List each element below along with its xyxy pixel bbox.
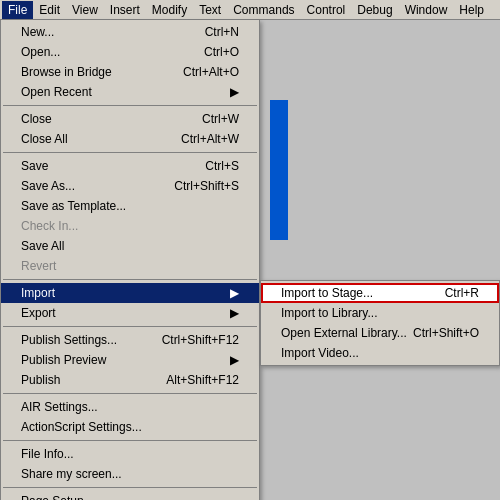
- menu-item-new-label: New...: [21, 25, 54, 39]
- menu-item-import-label: Import: [21, 286, 55, 300]
- menu-item-file-info[interactable]: File Info...: [1, 444, 259, 464]
- menu-item-close-label: Close: [21, 112, 52, 126]
- submenu-item-import-stage-label: Import to Stage...: [281, 286, 373, 300]
- menu-item-file-info-label: File Info...: [21, 447, 74, 461]
- menu-item-close[interactable]: Close Ctrl+W: [1, 109, 259, 129]
- menu-item-actionscript-settings-label: ActionScript Settings...: [21, 420, 142, 434]
- menu-item-open-recent[interactable]: Open Recent ▶: [1, 82, 259, 102]
- menubar-item-window[interactable]: Window: [399, 1, 454, 19]
- menu-item-share-screen[interactable]: Share my screen...: [1, 464, 259, 484]
- submenu-item-open-external-library[interactable]: Open External Library... Ctrl+Shift+O: [261, 323, 499, 343]
- menu-item-browse-bridge[interactable]: Browse in Bridge Ctrl+Alt+O: [1, 62, 259, 82]
- menu-item-publish-settings-shortcut: Ctrl+Shift+F12: [162, 333, 239, 347]
- menubar-item-text[interactable]: Text: [193, 1, 227, 19]
- menu-item-share-screen-label: Share my screen...: [21, 467, 122, 481]
- blue-rect: [270, 100, 288, 240]
- menu-item-browse-bridge-label: Browse in Bridge: [21, 65, 112, 79]
- menu-item-save[interactable]: Save Ctrl+S: [1, 156, 259, 176]
- separator-2: [3, 152, 257, 153]
- file-dropdown: New... Ctrl+N Open... Ctrl+O Browse in B…: [0, 20, 260, 500]
- submenu-item-import-stage[interactable]: Import to Stage... Ctrl+R: [261, 283, 499, 303]
- menubar-item-insert[interactable]: Insert: [104, 1, 146, 19]
- menu-item-actionscript-settings[interactable]: ActionScript Settings...: [1, 417, 259, 437]
- menubar-item-view[interactable]: View: [66, 1, 104, 19]
- menu-item-page-setup[interactable]: Page Setup...: [1, 491, 259, 500]
- menu-item-save-template-label: Save as Template...: [21, 199, 126, 213]
- submenu-item-import-library[interactable]: Import to Library...: [261, 303, 499, 323]
- menubar-item-edit[interactable]: Edit: [33, 1, 66, 19]
- menu-item-save-label: Save: [21, 159, 48, 173]
- submenu-item-import-library-label: Import to Library...: [281, 306, 377, 320]
- menu-item-save-all[interactable]: Save All: [1, 236, 259, 256]
- submenu-item-open-external-library-shortcut: Ctrl+Shift+O: [413, 326, 479, 340]
- menu-item-publish-settings-label: Publish Settings...: [21, 333, 117, 347]
- menu-item-revert[interactable]: Revert: [1, 256, 259, 276]
- export-arrow-icon: ▶: [230, 306, 239, 320]
- submenu-item-import-stage-shortcut: Ctrl+R: [445, 286, 479, 300]
- menu-item-revert-label: Revert: [21, 259, 56, 273]
- menu-item-import[interactable]: Import ▶: [1, 283, 259, 303]
- menubar-item-help[interactable]: Help: [453, 1, 490, 19]
- menu-item-save-as[interactable]: Save As... Ctrl+Shift+S: [1, 176, 259, 196]
- menu-item-new[interactable]: New... Ctrl+N: [1, 22, 259, 42]
- menubar-item-file[interactable]: File: [2, 1, 33, 19]
- menu-item-open-label: Open...: [21, 45, 60, 59]
- menu-item-open-recent-label: Open Recent: [21, 85, 92, 99]
- menu-item-save-template[interactable]: Save as Template...: [1, 196, 259, 216]
- separator-3: [3, 279, 257, 280]
- menu-item-open[interactable]: Open... Ctrl+O: [1, 42, 259, 62]
- menu-item-close-shortcut: Ctrl+W: [202, 112, 239, 126]
- menu-item-publish-preview-label: Publish Preview: [21, 353, 106, 367]
- menu-item-air-settings[interactable]: AIR Settings...: [1, 397, 259, 417]
- menu-item-save-as-label: Save As...: [21, 179, 75, 193]
- menu-item-publish-label: Publish: [21, 373, 60, 387]
- open-recent-arrow-icon: ▶: [230, 85, 239, 99]
- menu-item-check-in-label: Check In...: [21, 219, 78, 233]
- menu-item-air-settings-label: AIR Settings...: [21, 400, 98, 414]
- menu-item-close-all[interactable]: Close All Ctrl+Alt+W: [1, 129, 259, 149]
- menu-item-publish-preview[interactable]: Publish Preview ▶: [1, 350, 259, 370]
- import-arrow-icon: ▶: [230, 286, 239, 300]
- menu-item-save-shortcut: Ctrl+S: [205, 159, 239, 173]
- menubar-item-control[interactable]: Control: [301, 1, 352, 19]
- menu-item-browse-bridge-shortcut: Ctrl+Alt+O: [183, 65, 239, 79]
- menu-item-check-in[interactable]: Check In...: [1, 216, 259, 236]
- menubar-item-debug[interactable]: Debug: [351, 1, 398, 19]
- separator-4: [3, 326, 257, 327]
- menu-item-new-shortcut: Ctrl+N: [205, 25, 239, 39]
- menu-item-save-as-shortcut: Ctrl+Shift+S: [174, 179, 239, 193]
- menubar: File Edit View Insert Modify Text Comman…: [0, 0, 500, 20]
- menubar-item-commands[interactable]: Commands: [227, 1, 300, 19]
- menu-item-save-all-label: Save All: [21, 239, 64, 253]
- menu-item-publish[interactable]: Publish Alt+Shift+F12: [1, 370, 259, 390]
- menu-item-export[interactable]: Export ▶: [1, 303, 259, 323]
- submenu-item-import-video-label: Import Video...: [281, 346, 359, 360]
- publish-preview-arrow-icon: ▶: [230, 353, 239, 367]
- menu-item-page-setup-label: Page Setup...: [21, 494, 94, 500]
- submenu-item-open-external-library-label: Open External Library...: [281, 326, 407, 340]
- separator-1: [3, 105, 257, 106]
- submenu-item-import-video[interactable]: Import Video...: [261, 343, 499, 363]
- menu-item-open-shortcut: Ctrl+O: [204, 45, 239, 59]
- menu-item-export-label: Export: [21, 306, 56, 320]
- import-submenu: Import to Stage... Ctrl+R Import to Libr…: [260, 280, 500, 366]
- menubar-item-modify[interactable]: Modify: [146, 1, 193, 19]
- menu-item-close-all-shortcut: Ctrl+Alt+W: [181, 132, 239, 146]
- separator-5: [3, 393, 257, 394]
- menu-item-publish-settings[interactable]: Publish Settings... Ctrl+Shift+F12: [1, 330, 259, 350]
- menu-item-close-all-label: Close All: [21, 132, 68, 146]
- menu-item-publish-shortcut: Alt+Shift+F12: [166, 373, 239, 387]
- separator-6: [3, 440, 257, 441]
- separator-7: [3, 487, 257, 488]
